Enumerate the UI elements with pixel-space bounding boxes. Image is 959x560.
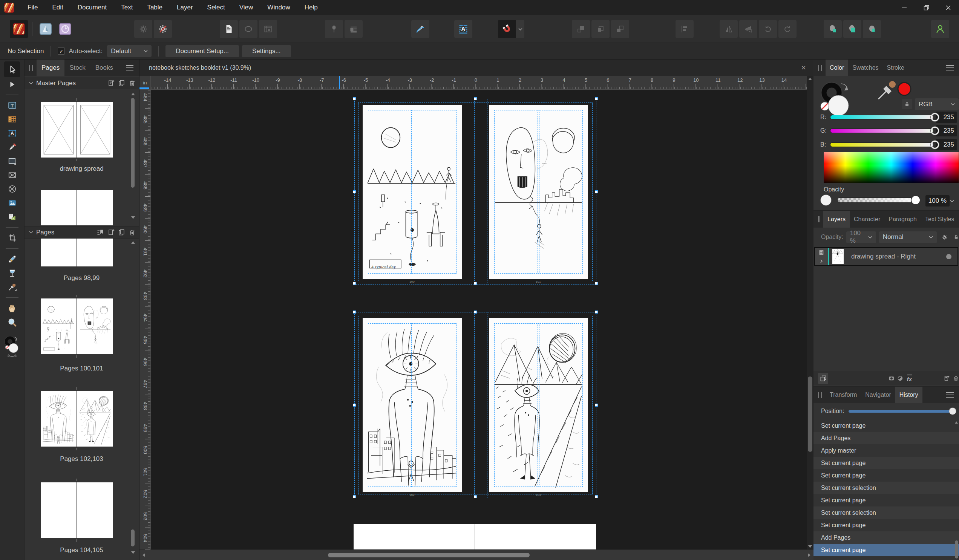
table-tool[interactable] [4, 112, 20, 126]
spread-label[interactable]: Pages 100,101 [24, 365, 139, 372]
document-tab[interactable]: notebook sketches booklet v1 (30.9%) × [140, 60, 814, 76]
persona-designer-button[interactable] [37, 20, 55, 38]
menu-item[interactable]: View [232, 0, 260, 15]
close-button[interactable] [937, 0, 959, 15]
history-item[interactable]: Add Pages [814, 531, 959, 544]
vertical-ruler[interactable]: 4844854864874884894904914924934944954964… [140, 90, 151, 549]
canvas-vertical-scrollbar[interactable] [807, 76, 814, 549]
menu-item[interactable]: Layer [170, 0, 200, 15]
selection-handle[interactable] [353, 404, 356, 407]
page-102[interactable] [363, 318, 462, 492]
restore-button[interactable] [915, 0, 937, 15]
selection-handle[interactable] [353, 97, 356, 100]
layer-opacity-dropdown[interactable]: 100 % [846, 231, 876, 243]
menu-item[interactable]: File [20, 0, 45, 15]
add-master-icon[interactable] [107, 80, 115, 87]
fill-stroke-wells[interactable] [4, 340, 20, 353]
preflight-gear-icon[interactable] [154, 20, 172, 38]
channel-lock-icon[interactable] [902, 99, 912, 109]
art-text-tool[interactable]: A [4, 126, 20, 140]
zoom-tool[interactable] [4, 315, 20, 329]
minimize-button[interactable] [894, 0, 915, 15]
selection-handle[interactable] [595, 495, 598, 498]
insert-behind-icon[interactable] [824, 20, 842, 38]
selection-handle[interactable] [474, 310, 477, 313]
scroll-thumb[interactable] [131, 530, 135, 546]
picked-color-swatch[interactable] [898, 83, 911, 95]
spread-thumbnail-98-99[interactable] [41, 239, 113, 266]
transparency-tool[interactable] [4, 266, 20, 280]
page-101[interactable] [489, 105, 588, 279]
collapse-spreads-icon[interactable] [97, 229, 104, 236]
scroll-thumb[interactable] [808, 377, 812, 452]
tab-stroke[interactable]: Stroke [883, 60, 908, 76]
history-item[interactable]: Set current page [814, 469, 959, 482]
fx-icon[interactable]: fx [907, 375, 912, 382]
horizontal-ruler[interactable]: -14-13-12-11-10-9-8-7-6-5-4-3-2-10123456… [151, 76, 814, 90]
view-hand-tool[interactable] [4, 301, 20, 315]
tab-books[interactable]: Books [91, 60, 118, 76]
gradient-tool[interactable] [4, 252, 20, 266]
green-slider[interactable] [830, 129, 934, 133]
layer-settings-gear-icon[interactable] [941, 234, 948, 241]
insert-inside-icon[interactable] [843, 20, 861, 38]
history-item[interactable]: Set current selection [814, 482, 959, 494]
place-image-tool[interactable] [4, 196, 20, 210]
scroll-thumb[interactable] [955, 540, 958, 558]
tab-text-styles[interactable]: Text Styles [921, 211, 958, 228]
selection-handle[interactable] [353, 310, 356, 313]
opacity-value[interactable]: 100 % [926, 195, 949, 207]
text-frame-options-icon[interactable]: A [454, 20, 472, 38]
tab-navigator[interactable]: Navigator [861, 387, 895, 403]
canvas-horizontal-scrollbar[interactable] [140, 549, 814, 560]
delete-page-icon[interactable] [129, 229, 136, 236]
spread-label[interactable]: Pages 102,103 [24, 455, 139, 463]
tab-swatches[interactable]: Swatches [848, 60, 883, 76]
scroll-left-icon[interactable] [142, 553, 145, 557]
duplicate-master-icon[interactable] [118, 80, 125, 87]
panel-collapse-icon[interactable] [29, 65, 33, 71]
history-item[interactable]: Set current page [814, 519, 959, 531]
tab-stock[interactable]: Stock [64, 60, 91, 76]
menu-item[interactable]: Document [70, 0, 114, 15]
rectangle-tool[interactable] [4, 154, 20, 168]
delete-master-icon[interactable] [129, 80, 136, 87]
slider-knob[interactable] [949, 407, 956, 415]
auto-select-checkbox[interactable]: ✓ [58, 48, 65, 55]
panel-menu-icon[interactable] [946, 65, 954, 70]
persona-publisher-button[interactable] [10, 20, 28, 38]
menu-item[interactable]: Table [140, 0, 170, 15]
history-item[interactable]: Set current selection [814, 506, 959, 519]
app-logo-icon[interactable] [4, 3, 14, 13]
layer-master-cell[interactable] [815, 248, 828, 265]
auto-select-dropdown[interactable]: Default [107, 45, 151, 57]
selection-handle[interactable] [474, 495, 477, 498]
tab-layers[interactable]: Layers [823, 211, 850, 228]
opacity-slider[interactable] [837, 197, 920, 203]
scroll-thumb[interactable] [328, 553, 530, 557]
history-item[interactable]: Set current page [814, 457, 959, 469]
panel-menu-icon[interactable] [946, 392, 954, 398]
tab-history[interactable]: History [895, 387, 922, 403]
spectrum-box[interactable] [824, 152, 959, 183]
scroll-thumb[interactable] [131, 98, 135, 188]
selection-handle[interactable] [595, 404, 598, 407]
menu-item[interactable]: Edit [45, 0, 70, 15]
layer-row[interactable]: drawing spread - Right [814, 247, 958, 266]
history-scrollbar[interactable] [954, 420, 959, 559]
tab-color[interactable]: Color [825, 60, 848, 76]
panel-collapse-icon[interactable] [818, 65, 822, 71]
spread-104-105-partial[interactable] [354, 524, 596, 549]
layer-name[interactable]: drawing spread - Right [847, 248, 946, 265]
blue-slider[interactable] [830, 142, 934, 147]
transform-rotate-icon[interactable] [411, 20, 429, 38]
color-picker-tool[interactable] [4, 280, 20, 294]
slider-knob[interactable] [931, 140, 939, 149]
spread-thumbnail-102-103[interactable] [41, 391, 113, 447]
panel-collapse-icon[interactable] [818, 216, 819, 222]
selection-handle[interactable] [353, 282, 356, 285]
adjustment-layer-icon[interactable] [897, 375, 903, 382]
master-spread-thumbnail[interactable] [41, 190, 113, 225]
history-item[interactable]: Set current page [814, 420, 959, 432]
page-100[interactable]: A typical day. [363, 105, 462, 279]
